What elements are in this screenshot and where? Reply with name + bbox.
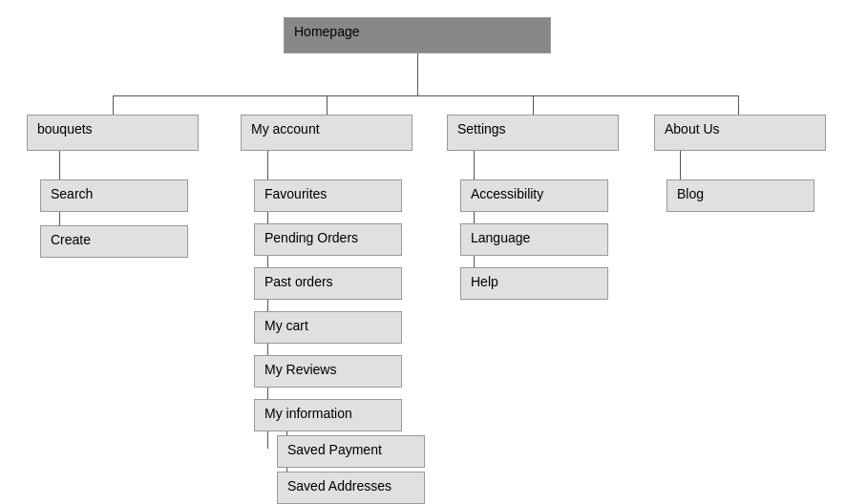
my-information-label: My information <box>264 406 352 421</box>
homepage-node: Homepage <box>284 17 551 53</box>
vline-aboutus-up <box>738 95 739 115</box>
search-node: Search <box>40 179 188 212</box>
help-label: Help <box>471 274 498 289</box>
my-account-node: My account <box>241 115 412 151</box>
tree-diagram: Homepage bouquets My account Settings Ab… <box>0 0 846 504</box>
blog-node: Blog <box>666 179 814 212</box>
my-reviews-label: My Reviews <box>264 362 336 377</box>
my-account-label: My account <box>251 121 320 136</box>
create-label: Create <box>51 232 91 247</box>
favourites-label: Favourites <box>264 186 327 201</box>
my-cart-node: My cart <box>254 311 402 344</box>
pending-orders-label: Pending Orders <box>264 230 358 245</box>
saved-payment-label: Saved Payment <box>287 442 382 457</box>
language-node: Language <box>460 223 608 256</box>
past-orders-label: Past orders <box>264 274 333 289</box>
hline-top <box>113 95 738 96</box>
saved-addresses-node: Saved Addresses <box>277 472 425 504</box>
saved-payment-node: Saved Payment <box>277 435 425 468</box>
blog-label: Blog <box>677 186 704 201</box>
vline-settings-up <box>533 95 534 115</box>
favourites-node: Favourites <box>254 179 402 212</box>
accessibility-label: Accessibility <box>471 186 543 201</box>
pending-orders-node: Pending Orders <box>254 223 402 256</box>
vline-myaccount-up <box>327 95 328 115</box>
saved-addresses-label: Saved Addresses <box>287 478 391 494</box>
create-node: Create <box>40 225 188 258</box>
my-reviews-node: My Reviews <box>254 355 402 388</box>
bouquets-node: bouquets <box>27 115 199 151</box>
accessibility-node: Accessibility <box>460 179 608 212</box>
settings-label: Settings <box>457 121 506 136</box>
help-node: Help <box>460 267 608 300</box>
vline-homepage <box>417 53 418 95</box>
bouquets-label: bouquets <box>37 121 93 136</box>
about-us-node: About Us <box>654 115 826 151</box>
past-orders-node: Past orders <box>254 267 402 300</box>
settings-node: Settings <box>447 115 619 151</box>
search-label: Search <box>51 186 93 201</box>
homepage-label: Homepage <box>294 24 360 39</box>
my-cart-label: My cart <box>264 318 308 333</box>
vline-bouquets-up <box>113 95 114 115</box>
my-information-node: My information <box>254 399 402 431</box>
language-label: Language <box>471 230 530 245</box>
about-us-label: About Us <box>665 121 720 136</box>
